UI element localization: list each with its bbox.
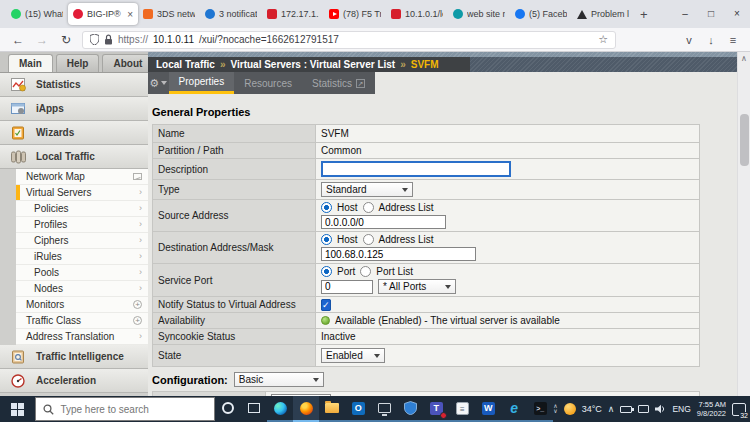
taskbar-app-defender[interactable] [397,396,423,422]
sidebar-item-acceleration[interactable]: Acceleration [0,369,148,393]
back-button[interactable]: ← [6,33,30,47]
weather-icon[interactable] [564,403,576,415]
sidebar-item-nodes[interactable]: Nodes › [16,281,148,297]
browser-tab-active[interactable]: BIG-IP® × [68,3,138,25]
tab-statistics[interactable]: Statistics ↗ [302,72,375,94]
port-radio-selected[interactable] [321,266,332,277]
network-icon[interactable] [638,405,649,413]
tab-help[interactable]: Help [56,54,100,72]
volume-icon[interactable] [655,404,666,414]
port-type-select[interactable]: * All Ports [378,279,456,294]
taskbar-clock[interactable]: 7:55 AM 9/8/2022 [697,400,726,418]
type-select[interactable]: Standard [321,182,413,197]
sidebar-item-statistics[interactable]: Statistics [0,73,148,97]
host-radio-selected[interactable] [321,234,332,245]
lock-icon[interactable] [104,34,113,45]
destination-address-input[interactable] [321,247,476,261]
sidebar-item-irules[interactable]: iRules › [16,249,148,265]
new-tab-button[interactable]: + [640,7,648,22]
window-minimize-button[interactable]: – [672,0,698,28]
reload-button[interactable]: ↻ [54,33,78,47]
taskbar-app-terminal[interactable]: >_ [527,396,553,422]
plus-circle-icon[interactable]: + [133,316,142,325]
sidebar-item-pools[interactable]: Pools › [16,265,148,281]
taskbar-app-outlook[interactable]: O [345,396,371,422]
start-button[interactable] [0,396,35,422]
browser-tab[interactable]: (15) WhatsA [6,3,68,25]
browser-tab[interactable]: (5) Faceboo [510,3,572,25]
downloads-icon[interactable]: ↓ [700,34,722,46]
taskbar-app-edge[interactable] [267,396,293,422]
show-hidden-icons-button[interactable]: ∧ [608,404,615,414]
sidebar-item-network-map[interactable]: Network Map [16,169,148,185]
sidebar-item-traffic-intelligence[interactable]: Traffic Intelligence [0,345,148,369]
task-view-button[interactable] [241,396,267,422]
port-list-radio[interactable] [360,266,371,277]
taskbar-overflow-icon[interactable]: ∧∨ [553,404,557,414]
window-maximize-button[interactable]: □ [698,0,724,28]
browser-tab[interactable]: 10.1.0.1/log [386,3,448,25]
sidebar-item-iapps[interactable]: iApps [0,97,148,121]
tab-close-icon[interactable]: × [127,9,133,20]
taskbar-app-ie[interactable]: e [501,396,527,422]
page-scrollbar[interactable]: ∧ [737,52,750,396]
sidebar-item-address-translation[interactable]: Address Translation › [16,329,148,345]
options-gear-button[interactable]: ⚙ [148,72,169,94]
tab-properties[interactable]: Properties [169,72,235,94]
pocket-icon[interactable]: v [678,34,700,46]
breadcrumb-page[interactable]: Virtual Servers : Virtual Server List [230,59,395,70]
partition-value: Common [316,143,700,159]
wizards-icon [11,126,27,140]
scrollbar-thumb[interactable] [740,114,749,166]
tab-about[interactable]: About [102,54,153,72]
search-input[interactable] [60,404,207,415]
taskbar-app-word[interactable]: W [475,396,501,422]
taskbar-app-remote-desktop[interactable] [371,396,397,422]
taskbar-app-teams[interactable]: T [423,396,449,422]
tab-resources[interactable]: Resources [234,72,302,94]
sidebar-item-monitors[interactable]: Monitors + [16,297,148,313]
service-port-input[interactable] [321,280,373,294]
sidebar-item-wizards[interactable]: Wizards [0,121,148,145]
battery-icon[interactable] [620,406,632,413]
taskbar-app-explorer[interactable] [319,396,345,422]
breadcrumb-section[interactable]: Local Traffic [156,59,215,70]
action-center-icon[interactable]: 32 [732,403,746,416]
configuration-level-select[interactable]: Basic [234,372,324,387]
plus-circle-icon[interactable]: + [133,300,142,309]
source-address-input[interactable] [321,215,446,229]
scroll-up-icon[interactable]: ∧ [738,52,750,65]
browser-tab[interactable]: Problem loa [572,3,634,25]
taskbar-app-notepad[interactable]: ≡ [449,396,475,422]
browser-tab[interactable]: (78) F5 Trai [324,3,386,25]
sidebar-item-profiles[interactable]: Profiles › [16,217,148,233]
sidebar-item-traffic-class[interactable]: Traffic Class + [16,313,148,329]
forward-button[interactable]: → [30,33,54,47]
state-select[interactable]: Enabled [321,348,385,363]
window-close-button[interactable]: × [724,0,750,28]
browser-tab[interactable]: 3DS networ [138,3,200,25]
bookmark-star-icon[interactable]: ☆ [598,33,608,46]
tracking-protection-icon[interactable] [90,34,99,45]
browser-tab[interactable]: web site no [448,3,510,25]
browser-tab[interactable]: 172.17.1.1/l [262,3,324,25]
taskbar-app-firefox[interactable] [293,396,319,422]
description-input[interactable] [321,161,511,177]
url-bar[interactable]: https://10.1.0.11/xui/?nocache=166261279… [82,31,616,49]
chevron-right-icon: › [139,236,142,245]
browser-tab[interactable]: 3 notificatio [200,3,262,25]
cortana-button[interactable] [215,396,241,422]
taskbar-search[interactable] [35,397,215,421]
sidebar-item-ciphers[interactable]: Ciphers › [16,233,148,249]
address-list-radio[interactable] [363,234,374,245]
menu-icon[interactable]: ≡ [722,34,744,46]
sidebar-item-policies[interactable]: Policies › [16,201,148,217]
tab-main[interactable]: Main [8,54,53,72]
host-radio-selected[interactable] [321,202,332,213]
temperature[interactable]: 34°C [582,404,602,414]
language-indicator[interactable]: ENG [672,404,690,414]
sidebar-item-virtual-servers[interactable]: Virtual Servers › [16,185,148,201]
sidebar-item-local-traffic[interactable]: Local Traffic [0,145,148,169]
notify-status-checkbox-checked[interactable]: ✓ [321,299,331,311]
address-list-radio[interactable] [363,202,374,213]
